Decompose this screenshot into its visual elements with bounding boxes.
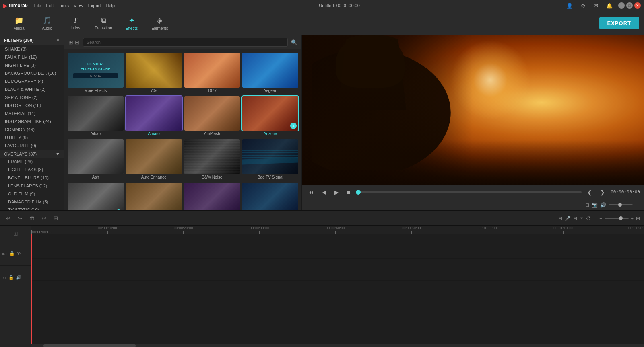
effect-70s[interactable]: 70s (126, 53, 182, 94)
effect-label-auto-enhance: Auto Enhance (126, 174, 182, 180)
effect-bad-tv-signal[interactable]: Bad TV Signal (242, 139, 298, 180)
timeline-toolbar: ↩ ↪ 🗑 ✂ ⊞ ⊟ 🎤 ⊟ ⊡ ⏱ − + ⊞ (0, 211, 644, 226)
profile-icon[interactable]: 👤 (564, 2, 575, 10)
zoom-in-icon[interactable]: + (631, 216, 634, 221)
media-button[interactable]: 📁 Media (5, 13, 33, 34)
maximize-button[interactable]: □ (626, 2, 633, 9)
search-input[interactable] (83, 38, 288, 47)
zoom-out-icon[interactable]: − (599, 216, 602, 221)
filter-common[interactable]: COMMON (49) (0, 125, 64, 133)
effect-aibao[interactable]: Aibao (68, 96, 124, 137)
mail-icon[interactable]: ✉ (591, 2, 601, 10)
filter-utility[interactable]: UTILITY (9) (0, 133, 64, 142)
settings-icon[interactable]: ⚙ (578, 2, 588, 10)
playhead[interactable] (31, 234, 32, 344)
filter-damaged-film[interactable]: DAMAGED FILM (5) (0, 198, 64, 206)
delete-button[interactable]: 🗑 (27, 214, 37, 222)
filter-black-white[interactable]: BLACK & WHITE (2) (0, 85, 64, 93)
effect-bottom1[interactable]: + (68, 183, 124, 210)
menu-view[interactable]: View (74, 3, 83, 8)
nav-left-icon[interactable]: ❮ (585, 188, 594, 197)
overlays-section-header[interactable]: OVERLAYS (87) ▼ (0, 150, 64, 158)
close-button[interactable]: ✕ (634, 2, 641, 9)
filter-background-bl[interactable]: BACKGROUND BL... (16) (0, 69, 64, 77)
effect-amaro[interactable]: Amaro (126, 96, 182, 137)
audio-icon-tl[interactable]: 🎤 (565, 216, 571, 221)
stop-button[interactable]: ■ (345, 188, 353, 197)
filter-light-leaks[interactable]: LIGHT LEAKS (8) (0, 166, 64, 174)
audio-button[interactable]: 🎵 Audio (33, 13, 61, 34)
filter-lens-flares[interactable]: LENS FLARES (12) (0, 182, 64, 190)
audio-lock-icon[interactable]: 🔒 (8, 275, 14, 280)
grid-view-icon[interactable]: ⊞ ⊟ (68, 39, 80, 45)
video-eye-icon[interactable]: 👁 (17, 251, 21, 256)
filter-bokeh-blurs[interactable]: BOKEH BLURS (10) (0, 174, 64, 182)
menu-export[interactable]: Export (88, 3, 101, 8)
effect-bw-noise[interactable]: B&W Noise (184, 139, 240, 180)
filter-sepia-tone[interactable]: SEPIA TONE (2) (0, 93, 64, 101)
menu-help[interactable]: Help (106, 3, 115, 8)
snapshot-icon[interactable]: 📷 (592, 202, 598, 208)
pip-icon[interactable]: ⊡ (580, 216, 584, 221)
crop-button[interactable]: ⊞ (52, 214, 60, 222)
volume-icon[interactable]: 🔊 (600, 202, 606, 208)
menu-tools[interactable]: Tools (58, 3, 69, 8)
transition-button[interactable]: ⧉ Transition (89, 13, 118, 34)
filter-instagram[interactable]: INSTAGRAM-LIKE (24) (0, 117, 64, 125)
subtitle-icon[interactable]: ⊟ (573, 216, 577, 221)
filter-favourite[interactable]: FAVOURITE (0) (0, 142, 64, 150)
notifications-icon[interactable]: 🔔 (604, 2, 615, 10)
video-lock-icon[interactable]: 🔒 (9, 251, 15, 256)
effect-auto-enhance[interactable]: Auto Enhance (126, 139, 182, 180)
audio-mute-icon[interactable]: 🔊 (16, 275, 21, 280)
redo-button[interactable]: ↪ (16, 214, 24, 222)
progress-bar[interactable] (356, 191, 582, 193)
go-start-button[interactable]: ⏮ (306, 188, 316, 197)
add-track-button[interactable]: ⊞ (0, 226, 31, 242)
filter-lomography[interactable]: LOMOGRAPHY (4) (0, 77, 64, 85)
fit-timeline-icon[interactable]: ⊞ (636, 216, 640, 221)
effect-bottom2[interactable] (126, 183, 182, 210)
nav-right-icon[interactable]: ❯ (598, 188, 607, 197)
cut-button[interactable]: ✂ (40, 214, 48, 222)
step-back-button[interactable]: ◀ (320, 188, 329, 197)
minimize-button[interactable]: — (618, 2, 625, 9)
titles-button[interactable]: T Titles (61, 13, 89, 34)
effect-amplash[interactable]: AmPlash (184, 96, 240, 137)
timeline-scrollbar[interactable] (31, 344, 644, 347)
filter-faux-film[interactable]: FAUX FILM (12) (0, 53, 64, 61)
effects-button[interactable]: ✦ Effects (118, 13, 146, 34)
filter-tv-static[interactable]: TV STATIC (10) (0, 206, 64, 210)
undo-button[interactable]: ↩ (4, 214, 12, 222)
effect-ash[interactable]: Ash (68, 139, 124, 180)
timer-icon[interactable]: ⏱ (586, 216, 591, 221)
fit-screen-icon[interactable]: ⊡ (585, 202, 589, 208)
filter-material[interactable]: MATERIAL (11) (0, 109, 64, 117)
effect-arizona[interactable]: + Arizona (242, 96, 298, 137)
effect-bottom4[interactable] (242, 183, 298, 210)
effect-more-effects[interactable]: FILMORAEFFECTS STORE STORE More Effects (68, 53, 124, 94)
split-icon[interactable]: ⊟ (558, 216, 562, 221)
volume-slider[interactable] (609, 204, 633, 205)
effect-label-amaro: Amaro (126, 131, 182, 137)
filter-old-film[interactable]: OLD FILM (9) (0, 190, 64, 198)
menu-edit[interactable]: Edit (46, 3, 54, 8)
track-labels: ⊞ ▶1 🔒 👁 ♪1 🔒 🔊 (0, 226, 31, 347)
elements-button[interactable]: ◈ Elements (146, 13, 174, 34)
filter-night-life[interactable]: NIGHT LIFE (3) (0, 61, 64, 69)
effect-aegean[interactable]: Aegean (242, 53, 298, 94)
filter-shake[interactable]: SHAKE (8) (0, 45, 64, 53)
scrollbar-thumb[interactable] (43, 344, 135, 347)
add-track-icon: ⊞ (13, 230, 18, 237)
play-button[interactable]: ▶ (332, 188, 341, 197)
zoom-slider[interactable] (605, 218, 629, 219)
search-icon[interactable]: 🔍 (291, 39, 297, 45)
effect-bottom3[interactable] (184, 183, 240, 210)
filter-frame[interactable]: FRAME (26) (0, 158, 64, 166)
filters-header[interactable]: FILTERS (158) ▼ (0, 35, 64, 45)
menu-file[interactable]: File (34, 3, 41, 8)
effect-1977[interactable]: 1977 (184, 53, 240, 94)
filter-distortion[interactable]: DISTORTION (18) (0, 101, 64, 109)
fullscreen-icon[interactable]: ⛶ (635, 202, 640, 208)
export-button[interactable]: EXPORT (599, 17, 639, 29)
